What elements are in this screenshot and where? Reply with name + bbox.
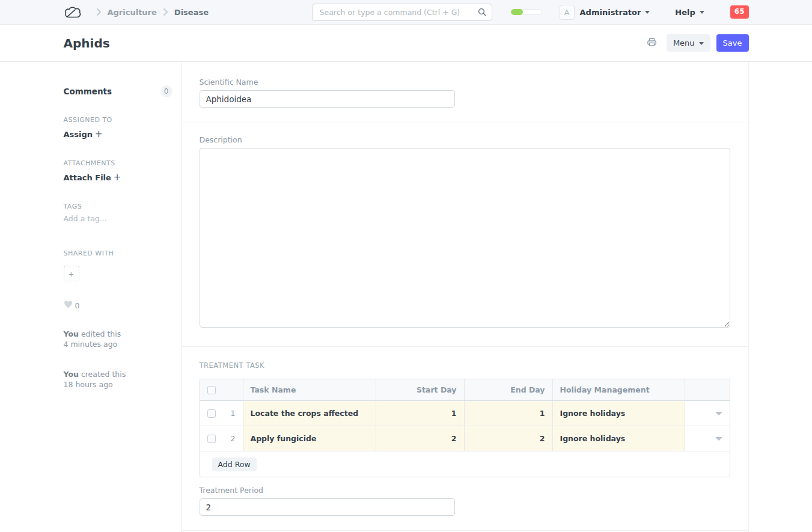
section-scientific-name: Scientific Name xyxy=(182,62,748,123)
help-menu[interactable]: Help xyxy=(675,8,704,17)
attach-file-button[interactable]: Attach File+ xyxy=(64,172,172,183)
help-label: Help xyxy=(675,8,695,17)
cell-end-day[interactable]: 2 xyxy=(465,426,553,451)
shared-with-heading: SHARED WITH xyxy=(64,249,172,257)
like-button[interactable]: 0 xyxy=(64,301,172,310)
created-who: You xyxy=(64,370,79,379)
created-history-link[interactable]: You created this 18 hours ago xyxy=(64,370,172,390)
row-index: 1 xyxy=(231,409,236,418)
treatment-period-input[interactable] xyxy=(200,498,455,516)
attach-file-label: Attach File xyxy=(64,173,111,182)
grid-footer: Add Row xyxy=(200,451,730,477)
chevron-down-icon xyxy=(700,11,704,14)
add-tag-input[interactable]: Add a tag... xyxy=(64,214,172,223)
cell-task-name[interactable]: Apply fungicide xyxy=(243,426,376,451)
select-all-checkbox[interactable] xyxy=(207,386,216,394)
edited-action: edited this xyxy=(81,329,121,338)
cell-start-day[interactable]: 1 xyxy=(376,401,465,426)
description-label: Description xyxy=(200,135,730,144)
row-expand-caret-icon[interactable] xyxy=(715,412,722,415)
chevron-down-icon xyxy=(645,11,650,14)
printer-icon xyxy=(647,37,657,49)
cell-task-name[interactable]: Locate the crops affected xyxy=(243,401,376,426)
like-count: 0 xyxy=(75,301,80,310)
column-header-start-day: Start Day xyxy=(376,379,465,400)
comments-label: Comments xyxy=(64,87,112,96)
user-menu[interactable]: A Administrator xyxy=(560,5,650,20)
search-icon xyxy=(477,7,487,19)
app-logo-icon[interactable] xyxy=(64,5,82,19)
row-checkbox[interactable] xyxy=(207,435,216,443)
assign-label: Assign xyxy=(64,130,93,139)
add-share-button[interactable]: + xyxy=(64,266,79,281)
setup-progress-bar[interactable] xyxy=(511,9,542,15)
avatar: A xyxy=(560,5,575,20)
treatment-task-grid: Task Name Start Day End Day Holiday Mana… xyxy=(200,379,730,477)
chevron-down-icon xyxy=(699,42,704,45)
created-when: 18 hours ago xyxy=(64,380,113,389)
page-head: Aphids Menu Save xyxy=(0,25,812,62)
global-search xyxy=(312,4,492,21)
menu-button[interactable]: Menu xyxy=(667,34,710,52)
comments-count-badge: 0 xyxy=(160,85,172,97)
add-row-button[interactable]: Add Row xyxy=(212,457,257,471)
cell-start-day[interactable]: 2 xyxy=(376,426,465,451)
chevron-right-icon xyxy=(96,8,102,16)
grid-row-1: 1 Locate the crops affected 1 1 Ignore h… xyxy=(200,401,730,426)
column-header-task-name: Task Name xyxy=(243,379,376,400)
sidebar-comments-link[interactable]: Comments 0 xyxy=(64,85,172,97)
chevron-right-icon xyxy=(163,8,168,16)
scientific-name-input[interactable] xyxy=(200,90,455,108)
page-title: Aphids xyxy=(64,36,110,50)
edited-when: 4 minutes ago xyxy=(64,340,118,349)
breadcrumb-agriculture[interactable]: Agriculture xyxy=(108,8,157,17)
grid-header-row: Task Name Start Day End Day Holiday Mana… xyxy=(200,379,730,401)
notifications-badge[interactable]: 65 xyxy=(730,5,749,19)
plus-icon: + xyxy=(95,129,103,139)
assigned-to-heading: ASSIGNED TO xyxy=(64,116,172,124)
form-body: Scientific Name Description TREATMENT TA… xyxy=(181,62,749,532)
progress-fill xyxy=(511,9,524,15)
cell-holiday-management[interactable]: Ignore holidays xyxy=(553,426,685,451)
row-index: 2 xyxy=(231,434,236,443)
row-checkbox[interactable] xyxy=(207,409,216,418)
user-name: Administrator xyxy=(580,8,641,17)
row-expand-caret-icon[interactable] xyxy=(715,437,722,441)
heart-icon xyxy=(64,301,73,310)
assign-button[interactable]: Assign+ xyxy=(64,129,172,139)
scientific-name-label: Scientific Name xyxy=(200,78,730,87)
cell-end-day[interactable]: 1 xyxy=(465,401,553,426)
form-sidebar: Comments 0 ASSIGNED TO Assign+ ATTACHMEN… xyxy=(64,62,181,532)
breadcrumb-disease[interactable]: Disease xyxy=(174,8,209,17)
treatment-task-heading: TREATMENT TASK xyxy=(200,361,730,370)
created-action: created this xyxy=(81,370,126,379)
print-button[interactable] xyxy=(644,35,659,51)
navbar: Agriculture Disease A Administrator xyxy=(0,0,812,25)
column-header-holiday-management: Holiday Management xyxy=(553,379,685,400)
cell-holiday-management[interactable]: Ignore holidays xyxy=(553,401,685,426)
attachments-heading: ATTACHMENTS xyxy=(64,159,172,167)
edited-history-link[interactable]: You edited this 4 minutes ago xyxy=(64,329,172,350)
save-button[interactable]: Save xyxy=(716,34,749,52)
treatment-period-field: Treatment Period xyxy=(200,486,730,516)
section-description: Description xyxy=(182,123,748,347)
tags-heading: TAGS xyxy=(64,203,172,210)
plus-icon: + xyxy=(69,269,74,279)
treatment-period-label: Treatment Period xyxy=(200,486,730,495)
search-input[interactable] xyxy=(312,4,492,21)
grid-row-2: 2 Apply fungicide 2 2 Ignore holidays xyxy=(200,426,730,451)
plus-icon: + xyxy=(114,172,121,183)
menu-button-label: Menu xyxy=(673,38,695,47)
column-header-end-day: End Day xyxy=(465,379,553,400)
section-treatment-task: TREATMENT TASK Task Name Start Day End D… xyxy=(182,347,748,531)
description-textarea[interactable] xyxy=(200,148,730,328)
edited-who: You xyxy=(64,329,79,338)
